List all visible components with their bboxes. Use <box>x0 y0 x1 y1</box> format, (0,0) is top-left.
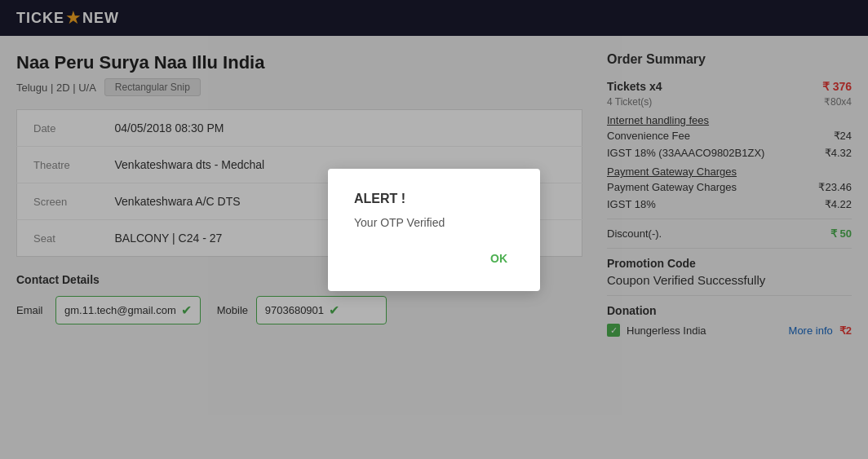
modal-box: ALERT ! Your OTP Verified OK <box>328 169 540 291</box>
modal-message: Your OTP Verified <box>354 216 514 229</box>
modal-title: ALERT ! <box>354 192 514 206</box>
modal-overlay: ALERT ! Your OTP Verified OK <box>0 0 868 353</box>
modal-ok-button[interactable]: OK <box>484 249 514 268</box>
